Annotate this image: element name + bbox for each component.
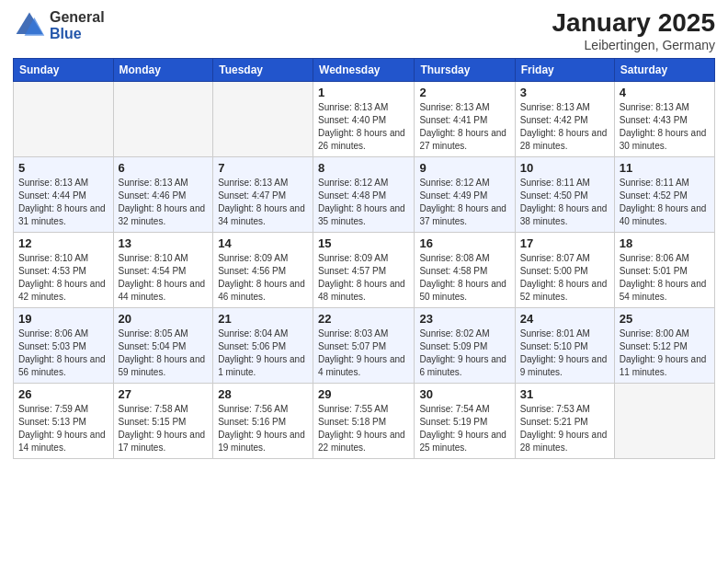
day-number: 28 bbox=[218, 387, 308, 401]
title-block: January 2025 Leibertingen, Germany bbox=[552, 9, 715, 52]
day-number: 21 bbox=[218, 312, 308, 326]
calendar-cell: 21Sunrise: 8:04 AM Sunset: 5:06 PM Dayli… bbox=[213, 307, 313, 383]
weekday-sunday: Sunday bbox=[14, 58, 114, 81]
day-info: Sunrise: 8:01 AM Sunset: 5:10 PM Dayligh… bbox=[520, 327, 609, 379]
calendar-cell: 15Sunrise: 8:09 AM Sunset: 4:57 PM Dayli… bbox=[313, 232, 415, 307]
day-number: 2 bbox=[419, 86, 509, 99]
day-number: 6 bbox=[119, 161, 209, 175]
day-number: 4 bbox=[620, 86, 710, 99]
calendar-cell: 11Sunrise: 8:11 AM Sunset: 4:52 PM Dayli… bbox=[614, 156, 714, 232]
day-info: Sunrise: 8:06 AM Sunset: 5:01 PM Dayligh… bbox=[620, 252, 710, 304]
day-info: Sunrise: 8:00 AM Sunset: 5:12 PM Dayligh… bbox=[620, 327, 710, 379]
day-info: Sunrise: 8:12 AM Sunset: 4:49 PM Dayligh… bbox=[419, 177, 509, 228]
day-number: 16 bbox=[419, 236, 509, 250]
day-number: 30 bbox=[419, 387, 509, 401]
day-number: 25 bbox=[620, 312, 710, 326]
day-info: Sunrise: 8:10 AM Sunset: 4:54 PM Dayligh… bbox=[119, 252, 209, 304]
day-info: Sunrise: 7:55 AM Sunset: 5:18 PM Dayligh… bbox=[318, 403, 409, 454]
day-info: Sunrise: 8:03 AM Sunset: 5:07 PM Dayligh… bbox=[318, 327, 409, 379]
day-number: 27 bbox=[119, 387, 209, 401]
calendar-cell bbox=[213, 81, 313, 156]
calendar-cell: 1Sunrise: 8:13 AM Sunset: 4:40 PM Daylig… bbox=[313, 81, 415, 156]
day-info: Sunrise: 7:56 AM Sunset: 5:16 PM Dayligh… bbox=[218, 403, 308, 454]
calendar-cell: 31Sunrise: 7:53 AM Sunset: 5:21 PM Dayli… bbox=[515, 383, 614, 458]
weekday-wednesday: Wednesday bbox=[313, 58, 415, 81]
day-info: Sunrise: 7:59 AM Sunset: 5:13 PM Dayligh… bbox=[18, 403, 108, 454]
weekday-friday: Friday bbox=[515, 58, 614, 81]
day-number: 26 bbox=[18, 387, 108, 401]
calendar: SundayMondayTuesdayWednesdayThursdayFrid… bbox=[13, 58, 715, 459]
calendar-cell: 8Sunrise: 8:12 AM Sunset: 4:48 PM Daylig… bbox=[313, 156, 415, 232]
month-title: January 2025 bbox=[552, 9, 715, 38]
weekday-monday: Monday bbox=[113, 58, 213, 81]
day-number: 24 bbox=[520, 312, 609, 326]
page: General Blue January 2025 Leibertingen, … bbox=[0, 0, 728, 563]
day-info: Sunrise: 8:11 AM Sunset: 4:50 PM Dayligh… bbox=[520, 177, 609, 228]
day-info: Sunrise: 8:13 AM Sunset: 4:40 PM Dayligh… bbox=[318, 101, 409, 153]
calendar-cell: 26Sunrise: 7:59 AM Sunset: 5:13 PM Dayli… bbox=[14, 383, 114, 458]
day-info: Sunrise: 8:13 AM Sunset: 4:42 PM Dayligh… bbox=[520, 101, 609, 153]
day-number: 1 bbox=[318, 86, 409, 99]
day-info: Sunrise: 8:12 AM Sunset: 4:48 PM Dayligh… bbox=[318, 177, 409, 228]
calendar-cell: 6Sunrise: 8:13 AM Sunset: 4:46 PM Daylig… bbox=[113, 156, 213, 232]
logo-blue: Blue bbox=[50, 26, 105, 42]
day-info: Sunrise: 8:04 AM Sunset: 5:06 PM Dayligh… bbox=[218, 327, 308, 379]
day-info: Sunrise: 8:09 AM Sunset: 4:57 PM Dayligh… bbox=[318, 252, 409, 304]
day-info: Sunrise: 7:58 AM Sunset: 5:15 PM Dayligh… bbox=[119, 403, 209, 454]
day-number: 22 bbox=[318, 312, 409, 326]
day-number: 5 bbox=[18, 161, 108, 175]
calendar-cell: 9Sunrise: 8:12 AM Sunset: 4:49 PM Daylig… bbox=[415, 156, 515, 232]
calendar-cell: 10Sunrise: 8:11 AM Sunset: 4:50 PM Dayli… bbox=[515, 156, 614, 232]
week-row-2: 5Sunrise: 8:13 AM Sunset: 4:44 PM Daylig… bbox=[14, 156, 715, 232]
day-info: Sunrise: 8:13 AM Sunset: 4:47 PM Dayligh… bbox=[218, 177, 308, 228]
day-info: Sunrise: 8:13 AM Sunset: 4:46 PM Dayligh… bbox=[119, 177, 209, 228]
weekday-saturday: Saturday bbox=[614, 58, 714, 81]
calendar-cell: 22Sunrise: 8:03 AM Sunset: 5:07 PM Dayli… bbox=[313, 307, 415, 383]
calendar-cell: 27Sunrise: 7:58 AM Sunset: 5:15 PM Dayli… bbox=[113, 383, 213, 458]
day-info: Sunrise: 8:13 AM Sunset: 4:43 PM Dayligh… bbox=[620, 101, 710, 153]
day-number: 14 bbox=[218, 236, 308, 250]
logo: General Blue bbox=[13, 9, 105, 42]
day-number: 13 bbox=[119, 236, 209, 250]
calendar-cell: 29Sunrise: 7:55 AM Sunset: 5:18 PM Dayli… bbox=[313, 383, 415, 458]
week-row-4: 19Sunrise: 8:06 AM Sunset: 5:03 PM Dayli… bbox=[14, 307, 715, 383]
day-info: Sunrise: 8:08 AM Sunset: 4:58 PM Dayligh… bbox=[419, 252, 509, 304]
logo-text: General Blue bbox=[50, 9, 105, 41]
calendar-cell: 3Sunrise: 8:13 AM Sunset: 4:42 PM Daylig… bbox=[515, 81, 614, 156]
calendar-cell: 24Sunrise: 8:01 AM Sunset: 5:10 PM Dayli… bbox=[515, 307, 614, 383]
day-info: Sunrise: 8:13 AM Sunset: 4:41 PM Dayligh… bbox=[419, 101, 509, 153]
calendar-cell: 23Sunrise: 8:02 AM Sunset: 5:09 PM Dayli… bbox=[415, 307, 515, 383]
day-info: Sunrise: 8:13 AM Sunset: 4:44 PM Dayligh… bbox=[18, 177, 108, 228]
day-number: 3 bbox=[520, 86, 609, 99]
day-number: 15 bbox=[318, 236, 409, 250]
calendar-cell: 7Sunrise: 8:13 AM Sunset: 4:47 PM Daylig… bbox=[213, 156, 313, 232]
calendar-cell: 19Sunrise: 8:06 AM Sunset: 5:03 PM Dayli… bbox=[14, 307, 114, 383]
day-info: Sunrise: 8:10 AM Sunset: 4:53 PM Dayligh… bbox=[18, 252, 108, 304]
calendar-cell: 4Sunrise: 8:13 AM Sunset: 4:43 PM Daylig… bbox=[614, 81, 714, 156]
calendar-cell: 20Sunrise: 8:05 AM Sunset: 5:04 PM Dayli… bbox=[113, 307, 213, 383]
day-number: 10 bbox=[520, 161, 609, 175]
day-number: 11 bbox=[620, 161, 710, 175]
calendar-cell bbox=[113, 81, 213, 156]
day-number: 12 bbox=[18, 236, 108, 250]
calendar-cell bbox=[614, 383, 714, 458]
header: General Blue January 2025 Leibertingen, … bbox=[13, 9, 715, 52]
day-number: 20 bbox=[119, 312, 209, 326]
calendar-cell: 18Sunrise: 8:06 AM Sunset: 5:01 PM Dayli… bbox=[614, 232, 714, 307]
weekday-thursday: Thursday bbox=[415, 58, 515, 81]
day-info: Sunrise: 7:54 AM Sunset: 5:19 PM Dayligh… bbox=[419, 403, 509, 454]
day-number: 7 bbox=[218, 161, 308, 175]
day-number: 31 bbox=[520, 387, 609, 401]
calendar-cell: 5Sunrise: 8:13 AM Sunset: 4:44 PM Daylig… bbox=[14, 156, 114, 232]
calendar-cell: 13Sunrise: 8:10 AM Sunset: 4:54 PM Dayli… bbox=[113, 232, 213, 307]
day-info: Sunrise: 7:53 AM Sunset: 5:21 PM Dayligh… bbox=[520, 403, 609, 454]
day-number: 8 bbox=[318, 161, 409, 175]
calendar-cell: 16Sunrise: 8:08 AM Sunset: 4:58 PM Dayli… bbox=[415, 232, 515, 307]
calendar-cell: 12Sunrise: 8:10 AM Sunset: 4:53 PM Dayli… bbox=[14, 232, 114, 307]
day-info: Sunrise: 8:05 AM Sunset: 5:04 PM Dayligh… bbox=[119, 327, 209, 379]
calendar-cell bbox=[14, 81, 114, 156]
day-number: 17 bbox=[520, 236, 609, 250]
day-info: Sunrise: 8:07 AM Sunset: 5:00 PM Dayligh… bbox=[520, 252, 609, 304]
logo-general: General bbox=[50, 9, 105, 26]
calendar-cell: 2Sunrise: 8:13 AM Sunset: 4:41 PM Daylig… bbox=[415, 81, 515, 156]
